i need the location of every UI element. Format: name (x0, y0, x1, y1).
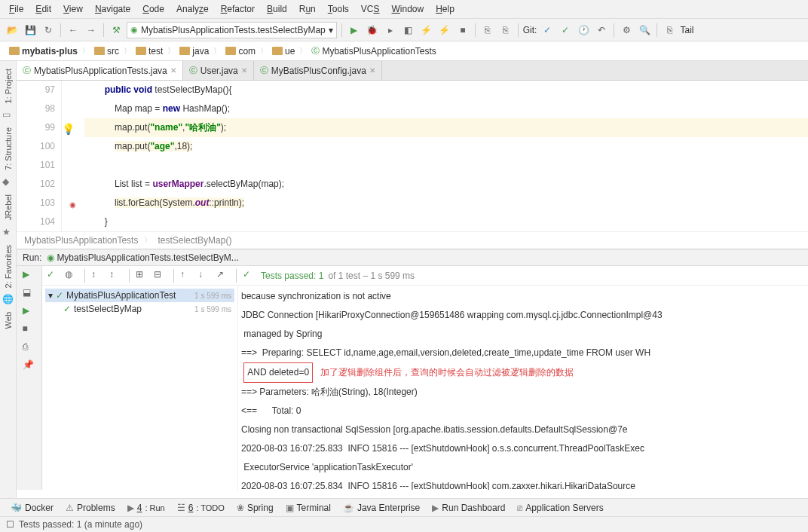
test-tree[interactable]: ▾✓MybatisPlusApplicationTest1 s 599 ms ✓… (42, 286, 238, 490)
git-history-icon[interactable]: 🕐 (576, 23, 591, 38)
pin-icon[interactable]: 📌 (23, 359, 36, 373)
toggle-icon[interactable]: ⬓ (23, 287, 36, 301)
tree-root[interactable]: ▾✓MybatisPlusApplicationTest1 s 599 ms (45, 289, 234, 302)
jrebel-debug-icon[interactable]: ⚡ (437, 23, 452, 38)
tab-web[interactable]: Web (2, 307, 14, 333)
bc-java[interactable]: java (176, 44, 212, 58)
jrebel-run-icon[interactable]: ⚡ (419, 23, 434, 38)
tab-favorites[interactable]: 2: Favorites (2, 240, 14, 292)
bc-src[interactable]: src (91, 44, 122, 58)
btab-spring[interactable]: ❀Spring (232, 501, 278, 515)
git-commit-icon[interactable]: ✓ (558, 23, 573, 38)
code-content[interactable]: public void testSelectByMap(){ Map map =… (62, 81, 808, 231)
sort2-icon[interactable]: ↕ (109, 269, 123, 283)
line-number: 103 (17, 194, 55, 212)
refresh-icon[interactable]: ↻ (41, 23, 56, 38)
menu-window[interactable]: Window (387, 2, 428, 17)
git-revert-icon[interactable]: ↶ (594, 23, 609, 38)
save-icon[interactable]: 💾 (23, 23, 38, 38)
tab-structure[interactable]: 7: Structure (2, 123, 14, 175)
run-middle: ✓ ◍ ↕ ↕ ⊞ ⊟ ↑ ↓ ↗ ✓ Tests passed: 1 of 1… (42, 266, 808, 490)
bc-root[interactable]: mybatis-plus (6, 44, 81, 58)
run-icon[interactable]: ▶ (347, 23, 362, 38)
hammer-icon[interactable]: ⚒ (109, 23, 124, 38)
debug-icon[interactable]: 🐞 (365, 23, 380, 38)
export-icon[interactable]: ↗ (216, 269, 230, 283)
crumb-method[interactable]: testSelectByMap() (158, 235, 231, 246)
menu-code[interactable]: Code (138, 2, 169, 17)
run-header: Run: ◉ MybatisPlusApplicationTests.testS… (17, 249, 808, 266)
rerun-icon[interactable]: ▶ (23, 269, 36, 283)
up-icon[interactable]: ↑ (180, 269, 194, 283)
menu-analyze[interactable]: Analyze (172, 2, 213, 17)
menu-build[interactable]: Build (262, 2, 292, 17)
close-icon[interactable]: ✕ (170, 66, 176, 75)
btab-todo[interactable]: ☱6: TODO (173, 501, 229, 515)
bc-class[interactable]: ⓒMybatisPlusApplicationTests (308, 44, 439, 58)
tab-project[interactable]: 1: Project (2, 64, 14, 108)
btab-app-servers[interactable]: ⎚Application Servers (513, 501, 608, 515)
show-ignored-icon[interactable]: ◍ (65, 269, 78, 283)
bc-com[interactable]: com (222, 44, 259, 58)
tab-jrebel[interactable]: JRebel (2, 190, 14, 225)
down-icon[interactable]: ↓ (198, 269, 212, 283)
tab-file-1[interactable]: ⓒMybatisPlusApplicationTests.java✕ (17, 61, 183, 80)
profile-icon[interactable]: ◧ (401, 23, 416, 38)
folder-icon (179, 47, 190, 55)
menu-vcs[interactable]: VCS (357, 2, 384, 17)
close-icon[interactable]: ✕ (241, 66, 247, 75)
menu-edit[interactable]: Edit (31, 2, 56, 17)
btab-run-dashboard[interactable]: ▶Run Dashboard (427, 501, 510, 515)
settings-icon[interactable]: ⚙ (619, 23, 634, 38)
bc-test[interactable]: test (133, 44, 166, 58)
stop-icon[interactable]: ■ (23, 323, 36, 337)
jrebel-icon[interactable]: ◆ (2, 176, 14, 188)
bookmark-icon[interactable]: ▭ (2, 109, 14, 121)
btab-docker[interactable]: 🐳Docker (6, 501, 58, 515)
btab-java-enterprise[interactable]: ☕Java Enterprise (338, 501, 424, 515)
collapse-icon[interactable]: ⊟ (154, 269, 167, 283)
tail-icon[interactable]: ⎘ (662, 23, 677, 38)
bc-ue[interactable]: ue (269, 44, 298, 58)
chevron-icon: 〉 (213, 46, 221, 57)
menu-view[interactable]: View (59, 2, 87, 17)
search-icon[interactable]: 🔍 (637, 23, 652, 38)
close-icon[interactable]: ✕ (369, 66, 375, 75)
menu-tools[interactable]: Tools (323, 2, 354, 17)
menu-file[interactable]: File (5, 2, 28, 17)
run-config-combo[interactable]: ◉ MybatisPlusApplicationTests.testSelect… (127, 22, 337, 38)
annotation-text: 加了逻辑删除组件后，查询的时候会自动过滤被逻辑删除的数据 (313, 367, 574, 378)
attach-icon[interactable]: ⎘ (480, 23, 495, 38)
code-editor[interactable]: 97 98 99 100 101 102 103 104 💡 ◉ public … (17, 81, 808, 231)
gutter-mark-icon[interactable]: ◉ (69, 195, 76, 214)
coverage-icon[interactable]: ▸ (383, 23, 398, 38)
attach2-icon[interactable]: ⎘ (498, 23, 513, 38)
menu-run[interactable]: Run (295, 2, 320, 17)
menu-navigate[interactable]: Navigate (90, 2, 135, 17)
expand-icon[interactable]: ⊞ (136, 269, 149, 283)
menu-help[interactable]: Help (431, 2, 459, 17)
star-icon[interactable]: ★ (2, 227, 14, 239)
btab-terminal[interactable]: ▣Terminal (281, 501, 335, 515)
web-icon[interactable]: 🌐 (2, 294, 14, 306)
intention-bulb-icon[interactable]: 💡 (62, 120, 75, 139)
rerun-failed-icon[interactable]: ▶ (23, 305, 36, 319)
git-update-icon[interactable]: ✓ (540, 23, 555, 38)
back-icon[interactable]: ← (66, 23, 81, 38)
stop-icon[interactable]: ■ (455, 23, 470, 38)
btab-problems[interactable]: ⚠Problems (61, 501, 120, 515)
console-output[interactable]: because synchronization is not activeJDB… (238, 286, 808, 490)
crumb-class[interactable]: MybatisPlusApplicationTests (24, 235, 138, 246)
separator (84, 269, 85, 283)
separator (60, 23, 61, 37)
show-passed-icon[interactable]: ✓ (47, 269, 60, 283)
btab-run[interactable]: ▶4: Run (123, 501, 170, 515)
forward-icon[interactable]: → (84, 23, 99, 38)
tree-leaf[interactable]: ✓testSelectByMap1 s 599 ms (45, 302, 234, 316)
dump-icon[interactable]: ⎙ (23, 341, 36, 355)
menu-refactor[interactable]: Refactor (216, 2, 259, 17)
sort-icon[interactable]: ↕ (91, 269, 105, 283)
open-icon[interactable]: 📂 (5, 23, 20, 38)
tab-file-3[interactable]: ⓒMyBatisPlusConfig.java✕ (254, 61, 382, 80)
tab-file-2[interactable]: ⓒUser.java✕ (183, 61, 254, 80)
